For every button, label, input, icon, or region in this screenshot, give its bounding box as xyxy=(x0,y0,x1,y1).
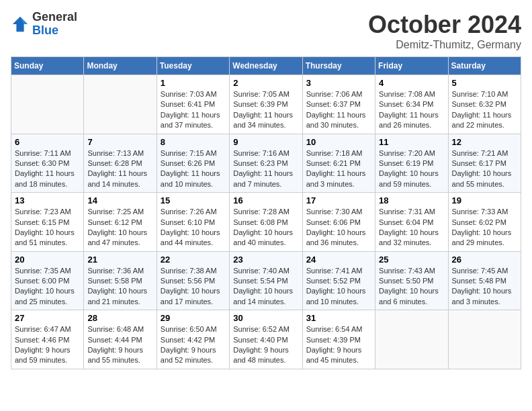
cell-info: Sunrise: 7:06 AMSunset: 6:37 PMDaylight:… xyxy=(306,89,371,131)
day-number: 27 xyxy=(15,313,80,323)
day-number: 19 xyxy=(452,195,517,205)
cell-info: Sunrise: 7:10 AMSunset: 6:32 PMDaylight:… xyxy=(452,89,517,131)
cell-info: Sunrise: 7:05 AMSunset: 6:39 PMDaylight:… xyxy=(233,89,298,131)
calendar-cell: 2Sunrise: 7:05 AMSunset: 6:39 PMDaylight… xyxy=(230,75,302,134)
cell-info: Sunrise: 7:20 AMSunset: 6:19 PMDaylight:… xyxy=(379,148,444,190)
day-number: 13 xyxy=(15,195,80,205)
calendar-cell: 6Sunrise: 7:11 AMSunset: 6:30 PMDaylight… xyxy=(11,134,84,193)
day-number: 26 xyxy=(452,255,517,265)
calendar-cell xyxy=(448,310,521,369)
calendar-cell: 22Sunrise: 7:38 AMSunset: 5:56 PMDayligh… xyxy=(157,251,229,310)
day-number: 9 xyxy=(233,137,298,147)
calendar-cell: 8Sunrise: 7:15 AMSunset: 6:26 PMDaylight… xyxy=(157,134,229,193)
day-number: 11 xyxy=(379,137,444,147)
cell-info: Sunrise: 6:47 AMSunset: 4:46 PMDaylight:… xyxy=(15,324,80,366)
week-row-3: 13Sunrise: 7:23 AMSunset: 6:15 PMDayligh… xyxy=(11,193,521,252)
week-row-1: 1Sunrise: 7:03 AMSunset: 6:41 PMDaylight… xyxy=(11,75,521,134)
calendar-cell: 21Sunrise: 7:36 AMSunset: 5:58 PMDayligh… xyxy=(84,251,157,310)
day-number: 8 xyxy=(161,137,226,147)
cell-info: Sunrise: 7:13 AMSunset: 6:28 PMDaylight:… xyxy=(87,148,152,190)
day-number: 6 xyxy=(15,137,80,147)
calendar-cell: 27Sunrise: 6:47 AMSunset: 4:46 PMDayligh… xyxy=(11,310,84,369)
day-number: 16 xyxy=(233,195,298,205)
calendar-cell: 25Sunrise: 7:43 AMSunset: 5:50 PMDayligh… xyxy=(375,251,448,310)
day-number: 21 xyxy=(87,255,152,265)
day-number: 28 xyxy=(87,313,152,323)
title-block: October 2024 Demitz-Thumitz, Germany xyxy=(368,11,521,51)
weekday-header-wednesday: Wednesday xyxy=(230,57,302,75)
calendar-cell xyxy=(11,75,84,134)
calendar-cell: 12Sunrise: 7:21 AMSunset: 6:17 PMDayligh… xyxy=(448,134,521,193)
day-number: 14 xyxy=(87,195,152,205)
calendar-cell: 23Sunrise: 7:40 AMSunset: 5:54 PMDayligh… xyxy=(230,251,302,310)
location-subtitle: Demitz-Thumitz, Germany xyxy=(368,39,521,51)
logo-icon xyxy=(11,15,30,34)
day-number: 5 xyxy=(452,78,517,88)
calendar-cell: 13Sunrise: 7:23 AMSunset: 6:15 PMDayligh… xyxy=(11,193,84,252)
calendar-cell: 24Sunrise: 7:41 AMSunset: 5:52 PMDayligh… xyxy=(302,251,375,310)
calendar-cell: 30Sunrise: 6:52 AMSunset: 4:40 PMDayligh… xyxy=(230,310,302,369)
calendar-cell: 15Sunrise: 7:26 AMSunset: 6:10 PMDayligh… xyxy=(157,193,229,252)
day-number: 31 xyxy=(306,313,371,323)
cell-info: Sunrise: 7:35 AMSunset: 6:00 PMDaylight:… xyxy=(15,266,80,308)
weekday-header-tuesday: Tuesday xyxy=(157,57,229,75)
day-number: 3 xyxy=(306,78,371,88)
day-number: 2 xyxy=(233,78,298,88)
week-row-5: 27Sunrise: 6:47 AMSunset: 4:46 PMDayligh… xyxy=(11,310,521,369)
calendar-cell: 26Sunrise: 7:45 AMSunset: 5:48 PMDayligh… xyxy=(448,251,521,310)
cell-info: Sunrise: 7:31 AMSunset: 6:04 PMDaylight:… xyxy=(379,207,444,248)
calendar-cell: 14Sunrise: 7:25 AMSunset: 6:12 PMDayligh… xyxy=(84,193,157,252)
day-number: 30 xyxy=(233,313,298,323)
calendar-cell: 19Sunrise: 7:33 AMSunset: 6:02 PMDayligh… xyxy=(448,193,521,252)
cell-info: Sunrise: 7:08 AMSunset: 6:34 PMDaylight:… xyxy=(379,89,444,131)
cell-info: Sunrise: 7:43 AMSunset: 5:50 PMDaylight:… xyxy=(379,266,444,308)
cell-info: Sunrise: 7:45 AMSunset: 5:48 PMDaylight:… xyxy=(452,266,517,308)
day-number: 23 xyxy=(233,255,298,265)
day-number: 7 xyxy=(87,137,152,147)
cell-info: Sunrise: 7:40 AMSunset: 5:54 PMDaylight:… xyxy=(233,266,298,308)
weekday-header-saturday: Saturday xyxy=(448,57,521,75)
logo: General Blue xyxy=(11,11,77,38)
day-number: 1 xyxy=(161,78,226,88)
cell-info: Sunrise: 7:03 AMSunset: 6:41 PMDaylight:… xyxy=(161,89,226,131)
cell-info: Sunrise: 7:28 AMSunset: 6:08 PMDaylight:… xyxy=(233,207,298,248)
calendar-cell: 16Sunrise: 7:28 AMSunset: 6:08 PMDayligh… xyxy=(230,193,302,252)
calendar-cell xyxy=(375,310,448,369)
calendar-cell: 20Sunrise: 7:35 AMSunset: 6:00 PMDayligh… xyxy=(11,251,84,310)
logo-blue-text: Blue xyxy=(32,24,58,37)
weekday-header-monday: Monday xyxy=(84,57,157,75)
week-row-2: 6Sunrise: 7:11 AMSunset: 6:30 PMDaylight… xyxy=(11,134,521,193)
calendar-cell: 18Sunrise: 7:31 AMSunset: 6:04 PMDayligh… xyxy=(375,193,448,252)
cell-info: Sunrise: 7:33 AMSunset: 6:02 PMDaylight:… xyxy=(452,207,517,248)
day-number: 24 xyxy=(306,255,371,265)
weekday-header-friday: Friday xyxy=(375,57,448,75)
cell-info: Sunrise: 7:21 AMSunset: 6:17 PMDaylight:… xyxy=(452,148,517,190)
cell-info: Sunrise: 6:50 AMSunset: 4:42 PMDaylight:… xyxy=(161,324,226,366)
day-number: 12 xyxy=(452,137,517,147)
cell-info: Sunrise: 7:25 AMSunset: 6:12 PMDaylight:… xyxy=(87,207,152,248)
calendar-cell: 7Sunrise: 7:13 AMSunset: 6:28 PMDaylight… xyxy=(84,134,157,193)
calendar-cell: 31Sunrise: 6:54 AMSunset: 4:39 PMDayligh… xyxy=(302,310,375,369)
day-number: 4 xyxy=(379,78,444,88)
calendar-cell: 29Sunrise: 6:50 AMSunset: 4:42 PMDayligh… xyxy=(157,310,229,369)
day-number: 10 xyxy=(306,137,371,147)
week-row-4: 20Sunrise: 7:35 AMSunset: 6:00 PMDayligh… xyxy=(11,251,521,310)
cell-info: Sunrise: 6:54 AMSunset: 4:39 PMDaylight:… xyxy=(306,324,371,366)
cell-info: Sunrise: 7:23 AMSunset: 6:15 PMDaylight:… xyxy=(15,207,80,248)
cell-info: Sunrise: 7:16 AMSunset: 6:23 PMDaylight:… xyxy=(233,148,298,190)
day-number: 29 xyxy=(161,313,226,323)
weekday-header-thursday: Thursday xyxy=(302,57,375,75)
cell-info: Sunrise: 7:38 AMSunset: 5:56 PMDaylight:… xyxy=(161,266,226,308)
weekday-header-sunday: Sunday xyxy=(11,57,84,75)
day-number: 22 xyxy=(161,255,226,265)
calendar-cell: 17Sunrise: 7:30 AMSunset: 6:06 PMDayligh… xyxy=(302,193,375,252)
weekday-header-row: SundayMondayTuesdayWednesdayThursdayFrid… xyxy=(11,57,521,75)
cell-info: Sunrise: 7:41 AMSunset: 5:52 PMDaylight:… xyxy=(306,266,371,308)
calendar-cell: 4Sunrise: 7:08 AMSunset: 6:34 PMDaylight… xyxy=(375,75,448,134)
calendar-cell: 5Sunrise: 7:10 AMSunset: 6:32 PMDaylight… xyxy=(448,75,521,134)
cell-info: Sunrise: 6:52 AMSunset: 4:40 PMDaylight:… xyxy=(233,324,298,366)
day-number: 18 xyxy=(379,195,444,205)
calendar-table: SundayMondayTuesdayWednesdayThursdayFrid… xyxy=(11,56,521,369)
logo-general-text: General xyxy=(32,10,77,24)
day-number: 17 xyxy=(306,195,371,205)
